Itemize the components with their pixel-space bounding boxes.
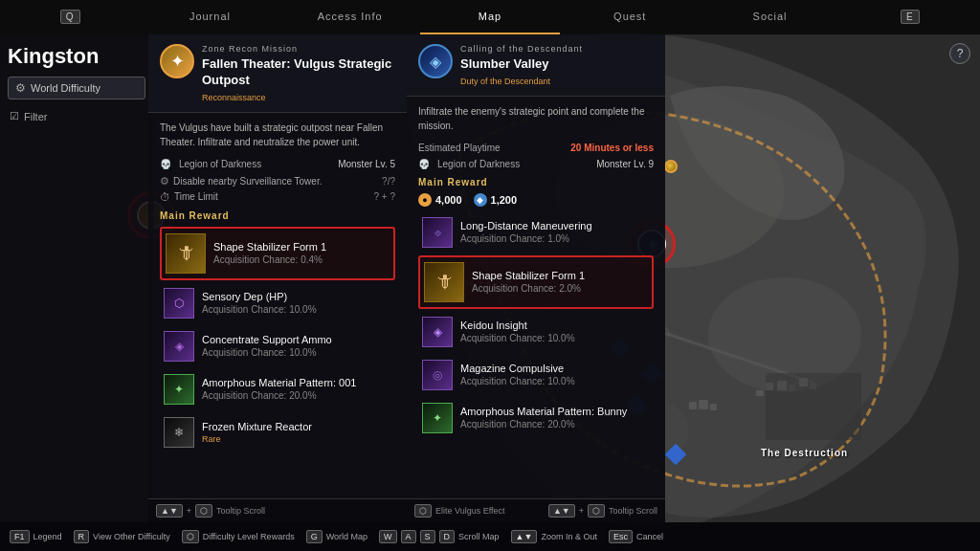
main-reward-icon-left: 🗡 (166, 233, 206, 274)
gem-currency: ◆ 1,200 (474, 193, 518, 207)
reward-icon-left-2: ◈ (164, 331, 194, 362)
mission-panel-left: ✦ Zone Recon Mission Fallen Theater: Vul… (148, 34, 407, 522)
reward-icon-left-4: ❄ (164, 417, 194, 448)
mission-body-left: The Vulgus have built a strategic outpos… (148, 113, 407, 498)
help-button[interactable]: ? (949, 43, 970, 64)
reward-title-left: Main Reward (160, 210, 395, 221)
key-badge-elite: ⬡ (414, 504, 432, 518)
gold-currency: ● 4,000 (418, 193, 462, 207)
bottom-world-map[interactable]: G World Map (306, 530, 368, 543)
key-badge-arrows-right: ▲▼ (548, 504, 575, 518)
main-reward-icon-right: 🗡 (424, 262, 464, 302)
nav-q-key[interactable]: Q (0, 0, 140, 34)
bottom-difficulty-rewards[interactable]: ⬡ Difficulty Level Rewards (182, 530, 295, 543)
mission-icon-left: ✦ (160, 44, 194, 78)
wasd-key-w: W (379, 530, 397, 543)
main-reward-left: 🗡 Shape Stabilizer Form 1 Acquisition Ch… (160, 227, 395, 280)
bottom-legend[interactable]: F1 Legend (10, 530, 62, 543)
mission-type-right: Calling of the Descendant (460, 44, 583, 54)
filter-button[interactable]: ☑ Filter (8, 107, 145, 125)
city-name: Kingston (8, 44, 145, 69)
nav-journal[interactable]: Journal (140, 0, 279, 34)
left-sidebar: Kingston ⚙ World Difficulty ☑ Filter (0, 34, 153, 522)
reward-info-left-3: Amorphous Material Pattern: 001 Acquisit… (202, 377, 356, 401)
gun-icon-left: 🗡 (176, 242, 195, 264)
reward-icon-right-1: ◈ (422, 317, 453, 347)
skull-icon-right: 💀 (418, 159, 430, 169)
wasd-key-d: D (439, 530, 456, 543)
panel-footer-right: ⬡ Elite Vulgus Effect ▲▼ + ⬡ Tooltip Scr… (407, 498, 665, 522)
svg-rect-13 (689, 402, 697, 409)
reward-item-left-3: ✦ Amorphous Material Pattern: 001 Acquis… (160, 369, 395, 409)
reward-icon-left-3: ✦ (164, 374, 194, 405)
mission-desc-left: The Vulgus have built a strategic outpos… (160, 121, 395, 149)
q-key-badge: Q (60, 10, 80, 24)
reward-item-right-2: ◎ Magazine Compulsive Acquisition Chance… (418, 355, 654, 395)
nav-map[interactable]: Map (420, 0, 560, 34)
key-badge-hex-right: ⬡ (588, 504, 605, 518)
reward-icon-right-3: ✦ (422, 403, 453, 433)
nav-quest[interactable]: Quest (560, 0, 700, 34)
plus-right: + (579, 506, 584, 516)
faction-row-right: 💀 Legion of Darkness Monster Lv. 9 (418, 159, 654, 169)
svg-rect-14 (699, 400, 708, 409)
nav-access-info[interactable]: Access Info (280, 0, 420, 34)
main-reward-info-right: Shape Stabilizer Form 1 Acquisition Chan… (472, 270, 585, 294)
difficulty-key: ⬡ (182, 530, 199, 543)
reward-icon-right-2: ◎ (422, 360, 453, 390)
pre-main-icon-right: ⟐ (422, 217, 453, 248)
mission-body-right: Infiltrate the enemy's strategic point a… (407, 97, 665, 498)
reward-info-left-2: Concentrate Support Ammo Acquisition Cha… (202, 334, 332, 358)
gem-icon: ◆ (474, 193, 487, 207)
location-label-destruction: The Destruction (761, 448, 848, 458)
key-badge-arrows-left: ▲▼ (156, 504, 183, 518)
mission-icon-right: ◈ (418, 44, 453, 78)
item-icon-1: ⬡ (174, 297, 184, 310)
reward-item-right-3: ✦ Amorphous Material Pattern: Bunny Acqu… (418, 398, 654, 438)
e-key-badge: E (901, 10, 920, 24)
faction-row-left: 💀 Legion of Darkness Monster Lv. 5 (160, 159, 395, 169)
mission-tag-right: Duty of the Descendant (460, 77, 583, 86)
svg-rect-23 (766, 373, 861, 440)
mission-icon-row-right: ◈ Calling of the Descendant Slumber Vall… (418, 44, 654, 86)
gold-icon: ● (418, 193, 432, 207)
gun-icon-right: 🗡 (434, 271, 454, 293)
mission-type-left: Zone Recon Mission (202, 44, 395, 54)
nav-e-key[interactable]: E (840, 0, 980, 34)
r-key: R (74, 530, 90, 543)
mission-icon-row-left: ✦ Zone Recon Mission Fallen Theater: Vul… (160, 44, 395, 102)
panel-footer-left: ▲▼ + ⬡ Tooltip Scroll (148, 498, 407, 522)
map-gold-dot (664, 160, 678, 173)
world-difficulty-button[interactable]: ⚙ World Difficulty (8, 77, 145, 99)
reward-item-left-4: ❄ Frozen Mixture Reactor Rare (160, 412, 395, 452)
reward-title-right: Main Reward (418, 177, 654, 187)
reward-item-right-1: ◈ Keidou Insight Acquisition Chance: 10.… (418, 312, 654, 352)
bottom-zoom[interactable]: ▲▼ Zoom In & Out (511, 530, 597, 543)
mission-panel-right: ◈ Calling of the Descendant Slumber Vall… (407, 34, 665, 522)
bottom-scroll-map[interactable]: W A S D Scroll Map (379, 530, 500, 543)
objective-2-left: ⏱ Time Limit ? + ? (160, 191, 395, 203)
diamond-icon-right: ◈ (430, 53, 441, 71)
pre-main-info-right: Long-Distance Maneuvering Acquisition Ch… (460, 220, 592, 244)
bottom-cancel[interactable]: Esc Cancel (609, 530, 663, 543)
mission-header-left: ✦ Zone Recon Mission Fallen Theater: Vul… (148, 34, 407, 113)
item-icon-3: ✦ (174, 383, 184, 396)
tower-icon: ⚙ (160, 175, 169, 187)
reward-info-right-1: Keidou Insight Acquisition Chance: 10.0% (460, 320, 575, 343)
pre-main-reward-right: ⟐ Long-Distance Maneuvering Acquisition … (418, 212, 654, 253)
timer-icon-left: ⏱ (160, 191, 170, 203)
reward-info-right-2: Magazine Compulsive Acquisition Chance: … (460, 363, 575, 386)
wasd-key-a: A (401, 530, 416, 543)
svg-rect-15 (710, 404, 717, 410)
esc-key: Esc (609, 530, 633, 543)
difficulty-icon: ⚙ (15, 81, 26, 95)
nav-social[interactable]: Social (700, 0, 839, 34)
g-key: G (306, 530, 323, 543)
mission-header-right: ◈ Calling of the Descendant Slumber Vall… (407, 34, 665, 97)
currency-row-right: ● 4,000 ◆ 1,200 (418, 193, 654, 207)
filter-icon: ☑ (10, 110, 19, 122)
objective-1-left: ⚙ Disable nearby Surveillance Tower. ?/? (160, 175, 395, 187)
item-icon-4: ❄ (174, 426, 184, 439)
item-icon-r3: ✦ (433, 411, 442, 425)
bottom-view-difficulty[interactable]: R View Other Difficulty (74, 530, 170, 543)
